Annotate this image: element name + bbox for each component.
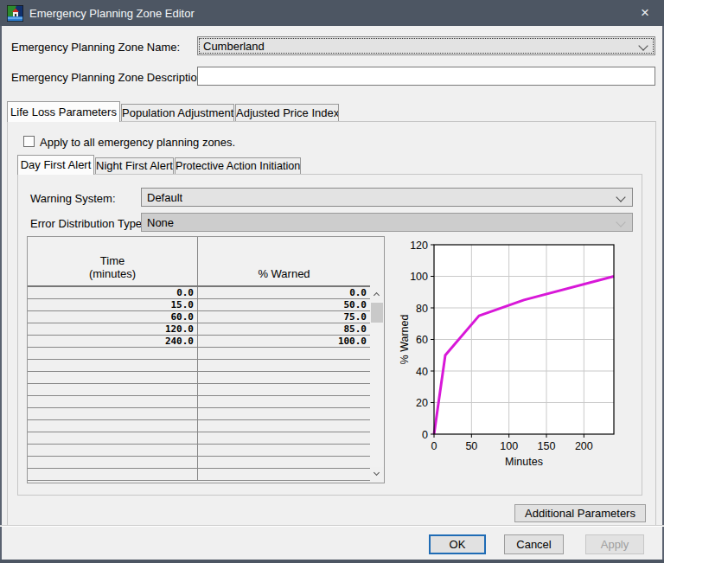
close-icon[interactable]: ×	[626, 0, 664, 26]
tab-protective-action-initiation[interactable]: Protective Action Initiation	[175, 157, 301, 174]
svg-text:50: 50	[465, 440, 477, 452]
time-cell[interactable]: 120.0	[28, 323, 198, 335]
table-row	[28, 420, 370, 432]
warning-time-table: Time (minutes) % Warned 0.00.015.050.060…	[27, 236, 385, 483]
table-row: 240.0100.0	[28, 336, 370, 348]
table-row	[28, 384, 370, 396]
warned-cell[interactable]	[198, 408, 370, 419]
table-row	[28, 348, 370, 360]
warning-system-value: Default	[147, 191, 182, 204]
svg-text:% Warned: % Warned	[399, 315, 411, 365]
button-bar-separator	[0, 525, 664, 527]
tab-adjusted-price-index[interactable]: Adjusted Price Index	[235, 104, 339, 121]
warned-cell[interactable]	[198, 360, 370, 371]
additional-parameters-button[interactable]: Additional Parameters	[514, 504, 646, 522]
time-cell[interactable]	[28, 432, 198, 444]
warned-cell[interactable]	[198, 420, 370, 432]
warned-cell[interactable]	[198, 396, 370, 407]
table-row	[28, 396, 370, 408]
warning-time-chart: 020406080100120050100150200Minutes% Warn…	[398, 238, 648, 473]
chevron-down-icon	[638, 41, 648, 50]
zone-description-input[interactable]	[197, 67, 655, 86]
table-columns: Time (minutes) % Warned 0.00.015.050.060…	[28, 237, 370, 483]
time-cell[interactable]	[28, 408, 198, 419]
time-cell[interactable]	[28, 360, 198, 371]
time-cell[interactable]	[28, 469, 198, 480]
svg-text:150: 150	[538, 440, 556, 452]
scroll-up-icon	[374, 292, 380, 298]
zone-name-combobox[interactable]: Cumberland	[197, 36, 655, 55]
scroll-up-button[interactable]	[370, 287, 384, 301]
table-row	[28, 360, 370, 372]
apply-all-zones-checkbox[interactable]	[23, 136, 35, 147]
time-cell[interactable]: 240.0	[28, 336, 198, 347]
warned-cell[interactable]	[198, 372, 370, 383]
tab-day-first-alert[interactable]: Day First Alert	[17, 155, 94, 175]
error-distribution-value: None	[147, 216, 174, 229]
ok-button[interactable]: OK	[429, 534, 486, 554]
svg-text:60: 60	[416, 334, 428, 346]
tab-life-loss-parameters[interactable]: Life Loss Parameters	[7, 101, 120, 122]
warned-cell[interactable]	[198, 469, 370, 480]
time-cell[interactable]	[28, 457, 198, 468]
cancel-button[interactable]: Cancel	[504, 534, 564, 554]
warned-cell[interactable]	[198, 384, 370, 395]
table-scrollbar[interactable]	[370, 287, 384, 481]
time-cell[interactable]	[28, 445, 198, 456]
svg-text:100: 100	[410, 271, 428, 283]
table-row: 60.075.0	[28, 311, 370, 323]
chevron-down-icon	[616, 217, 625, 227]
warned-table-body: 0.00.015.050.060.075.0120.085.0240.0100.…	[28, 287, 370, 481]
svg-text:20: 20	[416, 397, 428, 409]
window-title: Emergency Planning Zone Editor	[29, 7, 195, 20]
chevron-down-icon	[616, 192, 625, 202]
screen: Emergency Planning Zone Editor × Emergen…	[0, 0, 728, 563]
warned-cell[interactable]	[198, 432, 370, 444]
error-distribution-label: Error Distribution Type:	[30, 217, 145, 230]
tab-night-first-alert[interactable]: Night First Alert	[95, 157, 174, 174]
time-cell[interactable]	[28, 384, 198, 395]
zone-description-label: Emergency Planning Zone Description:	[11, 71, 206, 84]
table-row	[28, 432, 370, 445]
zone-name-value: Cumberland	[203, 40, 265, 53]
table-row	[28, 372, 370, 384]
title-bar[interactable]: Emergency Planning Zone Editor ×	[0, 0, 664, 26]
warned-cell[interactable]: 50.0	[198, 299, 370, 310]
time-column-header: Time (minutes)	[28, 237, 198, 285]
table-header: Time (minutes) % Warned	[28, 237, 370, 287]
emergency-planning-zone-editor-window: Emergency Planning Zone Editor × Emergen…	[0, 0, 664, 563]
warning-system-combobox[interactable]: Default	[141, 188, 633, 207]
warned-cell[interactable]	[198, 445, 370, 456]
table-row: 15.050.0	[28, 299, 370, 311]
svg-text:200: 200	[575, 440, 593, 452]
warned-cell[interactable]: 0.0	[198, 287, 370, 298]
scroll-down-button[interactable]	[370, 467, 384, 481]
warned-cell[interactable]	[198, 348, 370, 359]
error-distribution-combobox: None	[141, 213, 633, 232]
apply-all-zones-label: Apply to all emergency planning zones.	[40, 136, 235, 149]
warned-cell[interactable]: 85.0	[198, 323, 370, 335]
warned-cell[interactable]: 100.0	[198, 336, 370, 347]
time-cell[interactable]: 0.0	[28, 287, 198, 298]
warned-column-header: % Warned	[198, 237, 370, 285]
table-row: 120.085.0	[28, 323, 370, 336]
scrollbar-thumb[interactable]	[371, 303, 383, 323]
time-cell[interactable]	[28, 396, 198, 407]
time-cell[interactable]	[28, 372, 198, 383]
time-cell[interactable]: 15.0	[28, 299, 198, 310]
tab-population-adjustment[interactable]: Population Adjustment	[121, 104, 234, 121]
svg-text:100: 100	[500, 440, 518, 452]
scrollbar-track[interactable]	[370, 323, 384, 467]
table-row: 0.00.0	[28, 287, 370, 299]
time-cell[interactable]	[28, 348, 198, 359]
warning-system-label: Warning System:	[30, 192, 116, 205]
warned-cell[interactable]	[198, 457, 370, 468]
app-icon	[7, 5, 23, 22]
warned-cell[interactable]: 75.0	[198, 311, 370, 323]
table-row	[28, 408, 370, 420]
svg-text:80: 80	[416, 303, 428, 315]
window-border-left	[0, 26, 2, 560]
window-border-bottom	[0, 560, 664, 563]
time-cell[interactable]	[28, 420, 198, 432]
time-cell[interactable]: 60.0	[28, 311, 198, 323]
